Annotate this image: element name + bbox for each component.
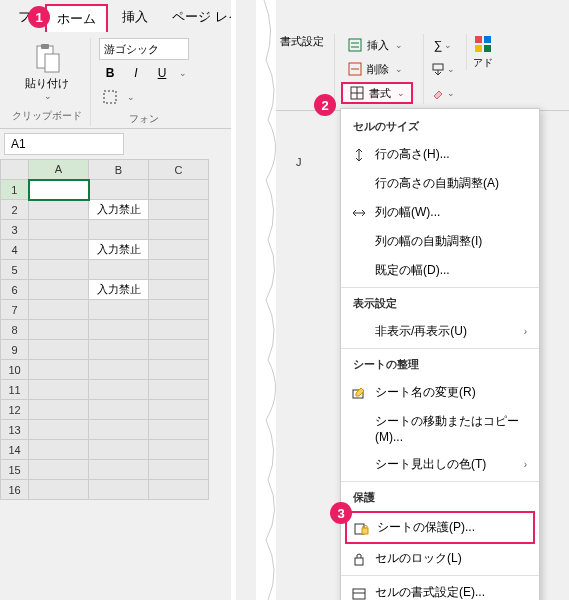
cell[interactable] xyxy=(149,360,209,380)
right-ribbon-area: J 書式設定 挿入⌄ 削除⌄ 書式⌄ ∑⌄ ⌄ ⌄ アド セルのサイズ 行の高さ… xyxy=(276,0,569,600)
cell[interactable] xyxy=(29,220,89,240)
row-header[interactable]: 13 xyxy=(1,420,29,440)
cell[interactable] xyxy=(89,220,149,240)
cell[interactable] xyxy=(149,480,209,500)
cell[interactable] xyxy=(29,420,89,440)
row-header[interactable]: 1 xyxy=(1,180,29,200)
row-header[interactable]: 7 xyxy=(1,300,29,320)
menu-rename-sheet[interactable]: シート名の変更(R) xyxy=(341,378,539,407)
paste-button[interactable]: 貼り付け ⌄ xyxy=(21,38,73,105)
menu-row-autofit[interactable]: 行の高さの自動調整(A) xyxy=(341,169,539,198)
cell[interactable] xyxy=(89,340,149,360)
col-width-icon xyxy=(351,205,367,221)
cell[interactable] xyxy=(89,420,149,440)
row-header[interactable]: 9 xyxy=(1,340,29,360)
menu-format-cells[interactable]: セルの書式設定(E)... xyxy=(341,578,539,600)
cell[interactable] xyxy=(29,280,89,300)
col-header-b[interactable]: B xyxy=(89,160,149,180)
chevron-down-icon: ⌄ xyxy=(395,40,403,50)
cell[interactable] xyxy=(149,400,209,420)
cell[interactable] xyxy=(89,260,149,280)
cell[interactable] xyxy=(89,400,149,420)
format-settings-label[interactable]: 書式設定 xyxy=(280,34,324,49)
font-name-select[interactable] xyxy=(99,38,189,60)
cell[interactable] xyxy=(149,460,209,480)
cell[interactable] xyxy=(29,360,89,380)
insert-cells-button[interactable]: 挿入⌄ xyxy=(341,34,413,56)
menu-lock-cell[interactable]: セルのロック(L) xyxy=(341,544,539,573)
cell[interactable] xyxy=(89,480,149,500)
underline-button[interactable]: U xyxy=(151,62,173,84)
menu-row-height[interactable]: 行の高さ(H)... xyxy=(341,140,539,169)
cell[interactable] xyxy=(89,180,149,200)
menu-tab-color[interactable]: シート見出しの色(T)› xyxy=(341,450,539,479)
cell[interactable] xyxy=(29,400,89,420)
font-group: B I U ⌄ ⌄ フォン xyxy=(91,38,197,126)
tab-home[interactable]: ホーム xyxy=(45,4,108,32)
cell[interactable] xyxy=(89,460,149,480)
row-header[interactable]: 14 xyxy=(1,440,29,460)
cell[interactable] xyxy=(29,480,89,500)
menu-move-copy-sheet[interactable]: シートの移動またはコピー(M)... xyxy=(341,407,539,450)
row-header[interactable]: 10 xyxy=(1,360,29,380)
cell[interactable] xyxy=(149,320,209,340)
cell[interactable] xyxy=(149,340,209,360)
cell[interactable] xyxy=(149,180,209,200)
italic-button[interactable]: I xyxy=(125,62,147,84)
row-header[interactable]: 11 xyxy=(1,380,29,400)
cell[interactable] xyxy=(149,220,209,240)
col-header-a[interactable]: A xyxy=(29,160,89,180)
cell[interactable] xyxy=(89,380,149,400)
cell[interactable] xyxy=(29,200,89,220)
row-header[interactable]: 8 xyxy=(1,320,29,340)
row-header[interactable]: 16 xyxy=(1,480,29,500)
cell[interactable] xyxy=(149,420,209,440)
cell[interactable] xyxy=(149,300,209,320)
menu-protect-sheet[interactable]: シートの保護(P)... xyxy=(345,511,535,544)
row-header[interactable]: 3 xyxy=(1,220,29,240)
row-header[interactable]: 4 xyxy=(1,240,29,260)
cell[interactable] xyxy=(29,460,89,480)
delete-cells-button[interactable]: 削除⌄ xyxy=(341,58,413,80)
row-header[interactable]: 2 xyxy=(1,200,29,220)
col-header-c[interactable]: C xyxy=(149,160,209,180)
menu-col-width[interactable]: 列の幅(W)... xyxy=(341,198,539,227)
cell-a1[interactable] xyxy=(29,180,89,200)
clear-button[interactable]: ⌄ xyxy=(430,82,456,104)
cell[interactable] xyxy=(149,260,209,280)
row-header[interactable]: 5 xyxy=(1,260,29,280)
cell[interactable] xyxy=(149,440,209,460)
menu-hide-unhide[interactable]: 非表示/再表示(U)› xyxy=(341,317,539,346)
addins-icon xyxy=(473,34,493,54)
border-button[interactable] xyxy=(99,86,121,108)
name-box[interactable] xyxy=(4,133,124,155)
tab-insert[interactable]: 挿入 xyxy=(112,4,158,32)
cell[interactable] xyxy=(89,440,149,460)
cell[interactable] xyxy=(29,240,89,260)
cell[interactable] xyxy=(149,200,209,220)
cell-b6[interactable]: 入力禁止 xyxy=(89,280,149,300)
row-header[interactable]: 15 xyxy=(1,460,29,480)
cell-b2[interactable]: 入力禁止 xyxy=(89,200,149,220)
cell[interactable] xyxy=(89,300,149,320)
cell[interactable] xyxy=(149,280,209,300)
row-header[interactable]: 12 xyxy=(1,400,29,420)
cell[interactable] xyxy=(89,320,149,340)
cell[interactable] xyxy=(29,300,89,320)
menu-default-width[interactable]: 既定の幅(D)... xyxy=(341,256,539,285)
cell[interactable] xyxy=(29,260,89,280)
cell[interactable] xyxy=(89,360,149,380)
bold-button[interactable]: B xyxy=(99,62,121,84)
cell[interactable] xyxy=(149,240,209,260)
cell[interactable] xyxy=(29,440,89,460)
fill-button[interactable]: ⌄ xyxy=(430,58,456,80)
cell[interactable] xyxy=(29,340,89,360)
cell[interactable] xyxy=(29,380,89,400)
format-button[interactable]: 書式⌄ xyxy=(341,82,413,104)
cell[interactable] xyxy=(29,320,89,340)
menu-col-autofit[interactable]: 列の幅の自動調整(I) xyxy=(341,227,539,256)
cell[interactable] xyxy=(149,380,209,400)
row-header[interactable]: 6 xyxy=(1,280,29,300)
cell-b4[interactable]: 入力禁止 xyxy=(89,240,149,260)
autosum-button[interactable]: ∑⌄ xyxy=(430,34,456,56)
